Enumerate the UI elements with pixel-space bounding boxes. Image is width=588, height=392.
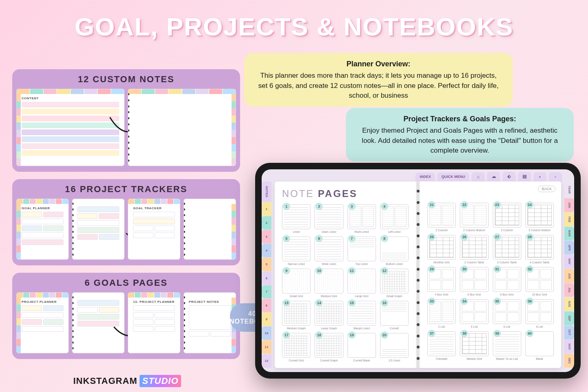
side-tab-num[interactable]: 4 (262, 244, 271, 257)
note-page-template[interactable]: 14Large Graph (315, 301, 343, 330)
note-page-template[interactable]: 13Medium Graph (282, 301, 310, 330)
note-page-template[interactable]: 5Narrow Lined (282, 237, 310, 265)
note-page-template[interactable]: 39Master To-do List (493, 331, 521, 360)
note-page-template[interactable]: 284 Column Table (525, 235, 554, 264)
note-icon[interactable]: ▫ (549, 172, 562, 181)
side-tab-num[interactable]: 12 (262, 354, 271, 368)
template-label: Cornell Graph (315, 359, 343, 362)
note-page-template[interactable]: 3210 Box Grid (525, 267, 554, 296)
nav-tab-index[interactable]: INDEX (415, 173, 435, 181)
note-page-template[interactable]: 19Cornell Blank (348, 333, 376, 362)
note-page-template[interactable]: 12Small Graph (380, 269, 409, 298)
brand-name: INKSTAGRAM (73, 376, 137, 386)
note-page-template[interactable]: 243 Column Bottom (525, 203, 554, 232)
note-page-template[interactable]: 294 Box Grid (427, 267, 456, 296)
month-tab[interactable]: SEP (564, 311, 574, 325)
note-page-template[interactable]: 222 Column Bottom (460, 203, 488, 232)
side-tab-num[interactable]: 9 (262, 313, 271, 326)
month-tab[interactable]: NOV (564, 340, 574, 354)
template-number: 32 (526, 265, 533, 273)
note-page-template[interactable]: 37Checklist (427, 331, 456, 360)
note-page-template[interactable]: 233 Column (493, 203, 521, 232)
notebook-spread: CONTENT (16, 89, 236, 166)
home-icon[interactable]: ⌂ (472, 172, 485, 181)
template-label: Checklist (427, 357, 456, 360)
template-number: 21 (428, 201, 435, 208)
note-page-template[interactable]: 11Large Grid (348, 269, 376, 298)
template-label: Master To-do List (493, 357, 521, 360)
month-tab[interactable]: JAN (564, 198, 574, 212)
month-tab[interactable]: DEC (564, 354, 574, 368)
note-page-template[interactable]: 262 Column Table (460, 235, 488, 264)
note-page-template[interactable]: 9Small Grid (282, 269, 310, 298)
callout-text: This planner does more than track days; … (258, 72, 499, 99)
note-page-template[interactable]: 318 Box Grid (493, 267, 521, 296)
side-tab-num[interactable]: 8 (262, 299, 271, 312)
side-tab-notes[interactable]: NOTES (262, 182, 271, 202)
note-page-template[interactable]: 40Blank (525, 331, 554, 360)
cloud-icon[interactable]: ☁ (487, 172, 500, 181)
side-tab-num[interactable]: 2 (262, 216, 271, 230)
month-tab[interactable]: MAY (564, 255, 574, 269)
side-tab-num[interactable]: 11 (262, 340, 271, 354)
note-page-template[interactable]: 212 Column (427, 203, 456, 232)
page-project-planner-2 (72, 292, 125, 353)
note-page-template[interactable]: 1Lined (282, 204, 310, 233)
right-side-tabs: YEARJANFEBMARAPRMAYJUNJULAUGSEPOCTNOVDEC (564, 182, 574, 368)
template-label: 6 Box Grid (460, 293, 488, 296)
ipad-screen: INDEX QUICK MENU ⌂ ☁ ⬖ ▤ ▪ ▫ NOTES 1 2 3… (262, 169, 574, 372)
note-page-template[interactable]: 332 List (427, 299, 456, 328)
note-page-template[interactable]: 15Margin Lined (348, 301, 376, 330)
note-page-template[interactable]: 306 Box Grid (460, 267, 488, 296)
side-tab-num[interactable]: 7 (262, 285, 271, 299)
month-tab[interactable]: JUL (564, 283, 574, 297)
note-page-template[interactable]: 16Cornell (380, 301, 409, 330)
page-tracker-blank (184, 199, 236, 260)
back-button[interactable]: BACK (538, 186, 555, 192)
note-page-template[interactable]: 6Wide Lined (315, 237, 343, 265)
template-label: Blank (525, 357, 554, 360)
book-icon[interactable]: ▤ (518, 172, 531, 181)
template-number: 1 (283, 203, 290, 210)
template-label: Right Lined (348, 230, 376, 233)
section-goals-pages: 6 GOALS PAGES PROJECT PLANNER (12, 273, 240, 359)
month-tab[interactable]: FEB (564, 212, 574, 226)
template-label: 2 Column Bottom (460, 229, 488, 232)
note-page-template[interactable]: 38Weekly Grid (460, 331, 488, 360)
month-tab[interactable]: AUG (564, 297, 574, 311)
month-tab[interactable]: JUN (564, 269, 574, 283)
month-tab[interactable]: MAR (564, 227, 574, 241)
note-page-template[interactable]: 10Medium Grid (315, 269, 343, 298)
side-tab-num[interactable]: 1 (262, 202, 271, 216)
template-number: 16 (381, 299, 388, 307)
note-page-template[interactable]: 356 List (493, 299, 521, 328)
note-page-template[interactable]: 17Cornell Grid (282, 333, 310, 362)
note-page-template[interactable]: 8Bottom Lined (380, 237, 409, 265)
brand-studio: STUDIO (140, 375, 181, 387)
nav-tab-quick-menu[interactable]: QUICK MENU (437, 173, 469, 181)
month-tab[interactable]: OCT (564, 326, 574, 339)
side-tab-num[interactable]: 5 (262, 258, 271, 271)
note-page-template[interactable]: 7Top Lined (348, 237, 376, 265)
template-label: Cornell Blank (348, 359, 376, 362)
note-page-template[interactable]: 368 List (525, 299, 554, 328)
template-label: Large Grid (348, 295, 376, 298)
note-page-template[interactable]: 273 Column Table (493, 235, 521, 264)
top-nav-tabs: INDEX QUICK MENU ⌂ ☁ ⬖ ▤ ▪ ▫ (415, 172, 562, 181)
note-page-template[interactable]: 18Cornell Graph (315, 333, 343, 362)
note-page-template[interactable]: 201/3 Lined (380, 333, 409, 362)
note-page-template[interactable]: 344 List (460, 299, 488, 328)
note-page-template[interactable]: 3Right Lined (348, 204, 376, 233)
note-page-template[interactable]: 2Dash Lined (315, 204, 343, 233)
side-tab-num[interactable]: 6 (262, 272, 271, 285)
template-label: Small Grid (282, 295, 310, 298)
dumbbell-icon[interactable]: ⬖ (503, 172, 516, 181)
side-tab-num[interactable]: 10 (262, 326, 271, 340)
note-page-template[interactable]: 4Left Lined (380, 204, 409, 233)
note-page-template[interactable]: 25Monthly Grid (427, 235, 456, 264)
template-label: Monthly Grid (427, 261, 456, 264)
side-tab-num[interactable]: 3 (262, 230, 271, 243)
month-tab[interactable]: YEAR (564, 182, 574, 198)
month-tab[interactable]: APR (564, 241, 574, 254)
stats-icon[interactable]: ▪ (533, 172, 546, 181)
